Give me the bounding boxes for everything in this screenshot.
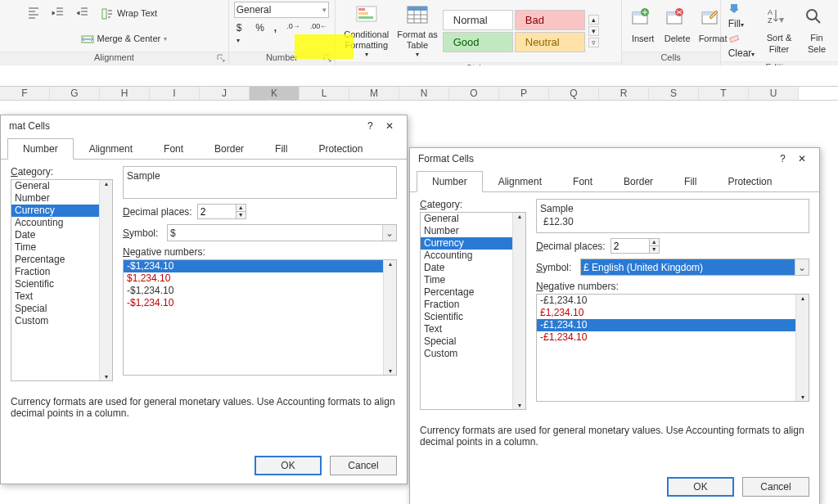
list-item[interactable]: Scientific <box>421 311 525 323</box>
symbol-dropdown[interactable]: $ ⌄ <box>167 224 397 241</box>
tab-protection[interactable]: Protection <box>303 138 378 160</box>
list-item[interactable]: Text <box>421 323 525 335</box>
wrap-text-btn[interactable]: Wrap Text <box>98 7 160 21</box>
column-header[interactable]: U <box>749 87 799 100</box>
list-item[interactable]: Date <box>421 262 525 274</box>
symbol-dropdown[interactable]: £ English (United Kingdom) ⌄ <box>580 259 809 276</box>
decimal-places-spinner[interactable]: ▲▼ <box>197 204 246 219</box>
format-as-table-btn[interactable]: Format as Table▾ <box>394 2 441 61</box>
category-listbox[interactable]: GeneralNumberCurrencyAccountingDateTimeP… <box>420 212 526 410</box>
column-header[interactable]: I <box>150 87 200 100</box>
spin-up-icon[interactable]: ▲ <box>650 239 659 246</box>
tab-fill[interactable]: Fill <box>259 138 303 160</box>
list-item[interactable]: Accounting <box>11 217 112 229</box>
list-item[interactable]: Scientific <box>11 278 112 290</box>
cancel-button[interactable]: Cancel <box>330 456 397 475</box>
list-item[interactable]: Accounting <box>421 250 525 262</box>
style-neutral[interactable]: Neutral <box>515 32 585 52</box>
list-item[interactable]: $1,234.10 <box>124 272 396 285</box>
insert-cells-btn[interactable]: Insert <box>627 6 660 46</box>
list-item[interactable]: Currency <box>11 205 112 217</box>
column-header[interactable]: F <box>0 87 50 100</box>
scrollbar[interactable]: ▴▾ <box>383 260 396 375</box>
tab-fill[interactable]: Fill <box>669 171 712 192</box>
comma-btn[interactable]: , <box>272 21 279 46</box>
spin-up-icon[interactable]: ▲ <box>237 205 246 212</box>
negative-numbers-listbox[interactable]: -£1,234.10£1,234.10-£1,234.10-£1,234.10▴… <box>536 294 809 402</box>
negative-numbers-listbox[interactable]: -$1,234.10$1,234.10-$1,234.10-$1,234.10▴… <box>123 259 397 376</box>
alignment-launcher-icon[interactable] <box>217 54 227 64</box>
decimal-places-input[interactable] <box>198 205 236 218</box>
column-header[interactable]: Q <box>549 87 599 100</box>
tab-font[interactable]: Font <box>557 171 608 192</box>
list-item[interactable]: -£1,234.10 <box>537 295 809 307</box>
column-header[interactable]: H <box>100 87 150 100</box>
number-format-combo[interactable]: General ▾ <box>234 2 329 18</box>
list-item[interactable]: General <box>421 213 525 225</box>
indent-decrease-btn[interactable] <box>49 6 67 23</box>
tab-protection[interactable]: Protection <box>712 171 787 192</box>
list-item[interactable]: -£1,234.10 <box>537 319 809 331</box>
column-header[interactable]: R <box>599 87 649 100</box>
list-item[interactable]: Number <box>11 192 112 205</box>
column-header[interactable]: L <box>300 87 349 100</box>
find-select-btn[interactable]: Fin Sele <box>800 5 833 56</box>
list-item[interactable]: Time <box>11 241 112 254</box>
delete-cells-btn[interactable]: Delete <box>661 6 694 46</box>
tab-font[interactable]: Font <box>148 138 199 160</box>
column-header[interactable]: M <box>349 87 399 100</box>
styles-scroll-down-icon[interactable]: ▾ <box>588 26 599 36</box>
category-listbox[interactable]: GeneralNumberCurrencyAccountingDateTimeP… <box>11 179 113 381</box>
list-item[interactable]: Number <box>421 225 525 237</box>
styles-scroll-up-icon[interactable]: ▴ <box>588 15 599 25</box>
list-item[interactable]: -$1,234.10 <box>124 260 396 272</box>
scrollbar[interactable]: ▴▾ <box>512 213 525 409</box>
close-button[interactable]: ✕ <box>793 153 811 164</box>
clear-btn[interactable]: Clear▾ <box>726 31 758 60</box>
tab-alignment[interactable]: Alignment <box>483 171 557 192</box>
list-item[interactable]: Fraction <box>421 299 525 311</box>
column-header[interactable]: K <box>250 87 300 100</box>
list-item[interactable]: Currency <box>421 237 525 250</box>
tab-number[interactable]: Number <box>417 171 483 192</box>
style-good[interactable]: Good <box>443 32 513 52</box>
styles-gallery-expand-icon[interactable]: ▿ <box>588 38 599 47</box>
tab-number[interactable]: Number <box>7 138 74 160</box>
list-item[interactable]: Special <box>421 335 525 348</box>
scrollbar[interactable]: ▴▾ <box>795 295 809 401</box>
list-item[interactable]: Time <box>421 274 525 286</box>
spin-down-icon[interactable]: ▼ <box>650 246 659 253</box>
style-bad[interactable]: Bad <box>515 10 585 30</box>
list-item[interactable]: £1,234.10 <box>537 307 809 319</box>
decimal-places-input[interactable] <box>611 239 649 253</box>
list-item[interactable]: -$1,234.10 <box>124 297 396 309</box>
sort-filter-btn[interactable]: AZ Sort & Filter <box>763 5 795 56</box>
percent-btn[interactable]: % <box>253 21 267 46</box>
list-item[interactable]: -$1,234.10 <box>124 285 396 297</box>
list-item[interactable]: General <box>11 180 112 192</box>
column-header[interactable]: O <box>449 87 499 100</box>
tab-alignment[interactable]: Alignment <box>74 138 148 160</box>
list-item[interactable]: Custom <box>11 315 112 327</box>
column-header[interactable]: T <box>699 87 749 100</box>
ok-button[interactable]: OK <box>255 456 322 475</box>
list-item[interactable]: Custom <box>421 348 525 360</box>
list-item[interactable]: Date <box>11 229 112 241</box>
list-item[interactable]: Fraction <box>11 266 112 278</box>
tab-border[interactable]: Border <box>199 138 259 160</box>
column-header[interactable]: J <box>200 87 250 100</box>
decimal-places-spinner[interactable]: ▲▼ <box>610 238 660 254</box>
style-normal[interactable]: Normal <box>443 10 513 30</box>
help-button[interactable]: ? <box>775 153 791 164</box>
column-header[interactable]: P <box>499 87 549 100</box>
merge-center-btn[interactable]: Merge & Center ▾ <box>25 32 223 47</box>
spin-down-icon[interactable]: ▼ <box>237 212 246 218</box>
fill-btn[interactable]: Fill▾ <box>726 2 758 30</box>
ok-button[interactable]: OK <box>667 477 734 497</box>
cancel-button[interactable]: Cancel <box>742 477 809 497</box>
column-header[interactable]: S <box>649 87 699 100</box>
list-item[interactable]: -£1,234.10 <box>537 331 809 344</box>
list-item[interactable]: Text <box>11 290 112 303</box>
list-item[interactable]: Percentage <box>421 286 525 299</box>
help-button[interactable]: ? <box>363 120 378 132</box>
